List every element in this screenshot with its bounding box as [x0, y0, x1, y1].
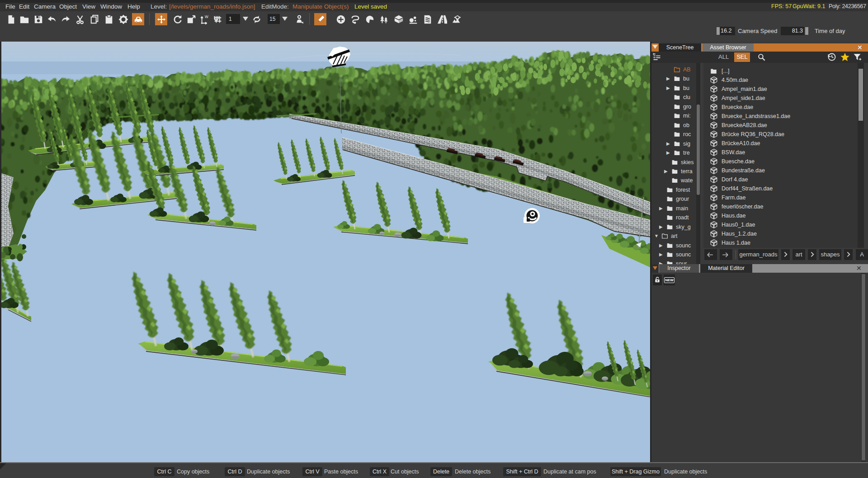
- svg-text:W: W: [205, 15, 208, 19]
